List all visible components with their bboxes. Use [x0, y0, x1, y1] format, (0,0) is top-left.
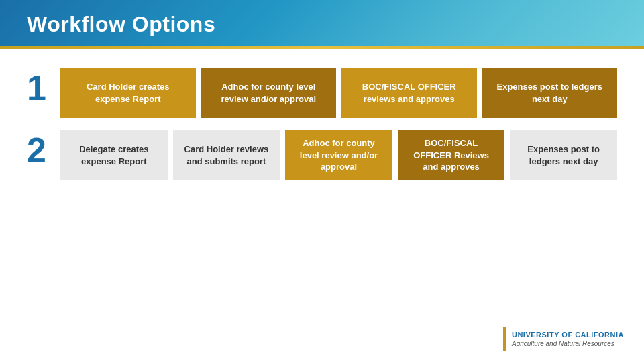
workflow-row-2: 2 Delegate creates expense Report Card H… — [27, 130, 617, 180]
uc-logo-text: UNIVERSITY OF CALIFORNIA Agriculture and… — [512, 330, 624, 347]
card-2-4: BOC/FISCAL OFFICER Reviews and approves — [398, 130, 505, 180]
cards-row-2: Delegate creates expense Report Card Hol… — [60, 130, 617, 180]
uc-logo: UNIVERSITY OF CALIFORNIA Agriculture and… — [503, 327, 624, 351]
page-header: Workflow Options — [0, 0, 644, 46]
card-2-5: Expenses post to ledgers next day — [510, 130, 617, 180]
card-2-2: Card Holder reviews and submits report — [173, 130, 280, 180]
cards-row-1: Card Holder creates expense Report Adhoc… — [60, 68, 617, 118]
card-2-1: Delegate creates expense Report — [60, 130, 168, 180]
uc-university: UNIVERSITY OF CALIFORNIA — [512, 330, 624, 339]
uc-logo-bar — [503, 327, 506, 351]
card-1-1: Card Holder creates expense Report — [60, 68, 196, 118]
uc-division: Agriculture and Natural Resources — [512, 340, 624, 348]
card-1-4: Expenses post to ledgers next day — [482, 68, 618, 118]
row-number-1: 1 — [27, 70, 54, 105]
card-1-3: BOC/FISCAL OFFICER reviews and approves — [341, 68, 477, 118]
card-2-3: Adhoc for county level review and/or app… — [285, 130, 392, 180]
row-number-2: 2 — [27, 133, 54, 168]
page-title: Workflow Options — [27, 12, 617, 37]
main-content: 1 Card Holder creates expense Report Adh… — [0, 49, 644, 206]
workflow-row-1: 1 Card Holder creates expense Report Adh… — [27, 68, 617, 118]
card-1-2: Adhoc for county level review and/or app… — [201, 68, 337, 118]
